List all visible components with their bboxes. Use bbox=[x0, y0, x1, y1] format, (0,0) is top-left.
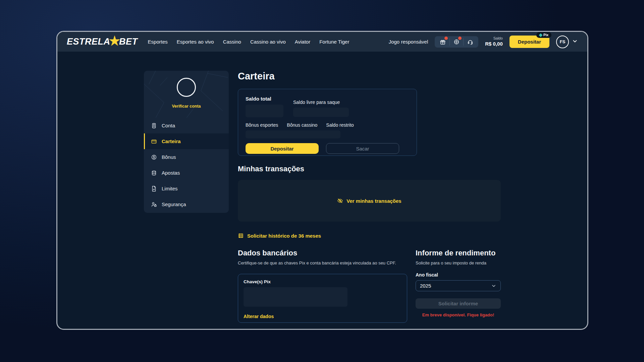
support-icon[interactable] bbox=[463, 38, 477, 46]
star-icon: ★ bbox=[109, 35, 121, 47]
saldo-total-skeleton bbox=[246, 105, 283, 117]
table-icon bbox=[238, 233, 244, 239]
nav-cassino[interactable]: Cassino bbox=[223, 39, 241, 45]
view-transactions-link[interactable]: Ver minhas transações bbox=[337, 198, 401, 204]
sidebar-header: Verificar conta bbox=[144, 71, 229, 118]
bonus-values-skeleton bbox=[246, 130, 340, 138]
bank-subtitle: Certifique-se de que as chaves Pix e con… bbox=[238, 260, 407, 265]
pix-keys-card: Chave(s) Pix Alterar dados bbox=[238, 274, 407, 323]
request-history-link[interactable]: Solicitar histórico de 36 meses bbox=[238, 233, 501, 239]
income-subtitle: Solicite para o seu imposto de renda bbox=[416, 260, 501, 265]
page-container: Verificar conta Conta Carteira Bônus Apo… bbox=[144, 71, 501, 323]
account-sidebar: Verificar conta Conta Carteira Bônus Apo… bbox=[144, 71, 229, 213]
chevron-down-icon[interactable] bbox=[572, 38, 578, 46]
pix-keys-skeleton bbox=[244, 287, 347, 307]
avatar[interactable]: FS bbox=[556, 36, 569, 48]
eye-off-icon bbox=[337, 198, 343, 204]
request-report-button[interactable]: Solicitar informe bbox=[416, 298, 501, 309]
sidebar-item-bonus[interactable]: Bônus bbox=[144, 149, 229, 165]
rewards-icon[interactable] bbox=[449, 38, 463, 46]
change-data-link[interactable]: Alterar dados bbox=[244, 314, 274, 319]
sidebar-item-conta[interactable]: Conta bbox=[144, 118, 229, 133]
notification-dot bbox=[458, 37, 462, 40]
document-icon bbox=[151, 186, 157, 192]
sidebar-item-seguranca[interactable]: Segurança bbox=[144, 196, 229, 212]
nav-esportes[interactable]: Esportes bbox=[148, 39, 168, 45]
income-report-section: Informe de rendimento Solicite para o se… bbox=[416, 249, 501, 323]
notification-dot bbox=[444, 37, 448, 40]
pix-diamond-icon bbox=[539, 33, 542, 37]
logo-text-left: ESTRELA bbox=[67, 37, 110, 47]
transactions-panel: Ver minhas transações bbox=[238, 180, 501, 222]
page-title: Carteira bbox=[238, 71, 501, 82]
top-navbar: ESTRELA★BET Esportes Esportes ao vivo Ca… bbox=[57, 32, 587, 52]
fiscal-year-select[interactable]: 2025 bbox=[416, 280, 501, 291]
profile-avatar-placeholder[interactable] bbox=[177, 78, 196, 97]
coins-stack-icon bbox=[151, 170, 157, 176]
saldo-livre-label: Saldo livre para saque bbox=[293, 100, 349, 105]
card-withdraw-button[interactable]: Sacar bbox=[326, 143, 399, 154]
bonus-esportes-label: Bônus esportes bbox=[246, 122, 278, 128]
balance-value: R$ 0,00 bbox=[485, 41, 503, 47]
coming-soon-note: Em breve disponível. Fique ligado! bbox=[416, 312, 501, 317]
navbar-right-group: Jogo responsável Saldo R$ 0,00 D bbox=[389, 36, 578, 48]
balance-card: Saldo total Saldo livre para saque Bônus… bbox=[238, 89, 417, 156]
bonus-cassino-label: Bônus cassino bbox=[287, 122, 317, 128]
fiscal-year-label: Ano fiscal bbox=[416, 272, 501, 278]
saldo-restrito-label: Saldo restrito bbox=[326, 122, 354, 128]
user-lock-icon bbox=[151, 201, 157, 207]
bank-heading: Dados bancários bbox=[238, 249, 407, 257]
responsible-gaming-link[interactable]: Jogo responsável bbox=[389, 39, 428, 45]
transactions-heading: Minhas transações bbox=[238, 165, 501, 173]
saldo-total-label: Saldo total bbox=[246, 96, 283, 102]
sidebar-item-apostas[interactable]: Apostas bbox=[144, 165, 229, 181]
balance-display: Saldo R$ 0,00 bbox=[485, 36, 503, 47]
card-deposit-button[interactable]: Depositar bbox=[246, 143, 319, 154]
id-card-icon bbox=[151, 123, 157, 129]
sidebar-item-carteira[interactable]: Carteira bbox=[144, 133, 229, 149]
pix-badge: Pix bbox=[536, 32, 551, 38]
wallet-icon bbox=[151, 138, 157, 144]
nav-aviator[interactable]: Aviator bbox=[295, 39, 310, 45]
main-nav: Esportes Esportes ao vivo Cassino Cassin… bbox=[148, 39, 350, 45]
income-heading: Informe de rendimento bbox=[416, 249, 501, 257]
bonus-coin-icon bbox=[151, 154, 157, 160]
account-menu[interactable]: FS bbox=[556, 36, 578, 48]
quick-icons-pill bbox=[435, 36, 478, 48]
logo-text-right: BET bbox=[119, 37, 138, 47]
bank-data-section: Dados bancários Certifique-se de que as … bbox=[238, 249, 407, 323]
balance-label: Saldo bbox=[485, 36, 503, 41]
chevron-down-icon bbox=[491, 283, 496, 289]
nav-fortune-tiger[interactable]: Fortune Tiger bbox=[319, 39, 349, 45]
nav-cassino-ao-vivo[interactable]: Cassino ao vivo bbox=[250, 39, 286, 45]
wallet-page: Carteira Saldo total Saldo livre para sa… bbox=[238, 71, 501, 323]
app-window: ESTRELA★BET Esportes Esportes ao vivo Ca… bbox=[56, 31, 588, 330]
verify-account-link[interactable]: Verificar conta bbox=[172, 104, 201, 109]
gift-icon[interactable] bbox=[436, 38, 449, 46]
nav-esportes-ao-vivo[interactable]: Esportes ao vivo bbox=[177, 39, 214, 45]
deposit-button[interactable]: Depositar Pix bbox=[509, 36, 549, 48]
saldo-livre-skeleton bbox=[293, 108, 349, 117]
pix-keys-label: Chave(s) Pix bbox=[244, 279, 401, 284]
estrelabet-logo[interactable]: ESTRELA★BET bbox=[67, 36, 138, 48]
sidebar-item-limites[interactable]: Limites bbox=[144, 181, 229, 196]
